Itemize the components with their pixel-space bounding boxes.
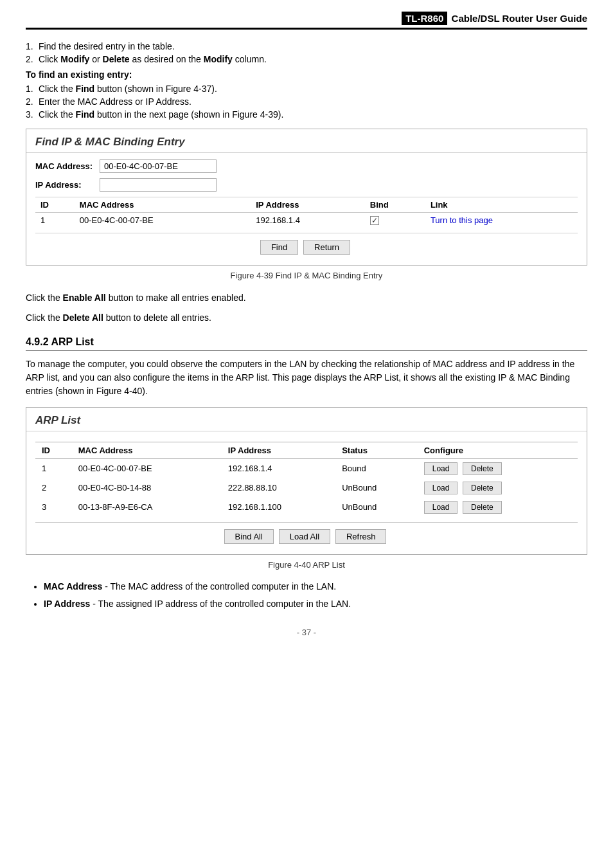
row-mac: 00-E0-4C-00-07-BE — [75, 213, 251, 228]
arp-load-button[interactable]: Load — [424, 482, 458, 494]
row-bind: ✓ — [365, 213, 425, 228]
ip-address-input[interactable] — [100, 178, 217, 192]
arp-row-ip: 192.168.1.4 — [222, 458, 335, 478]
arp-col-configure: Configure — [418, 442, 578, 458]
col-bind: Bind — [365, 197, 425, 213]
arp-load-button[interactable]: Load — [424, 462, 458, 475]
arp-row-configure: Load Delete — [418, 458, 578, 478]
refresh-button[interactable]: Refresh — [335, 529, 387, 544]
arp-table-row: 2 00-E0-4C-B0-14-88 222.88.88.10 UnBound… — [35, 478, 578, 498]
page-number: - 37 - — [26, 626, 587, 639]
find-entry-heading: To find an existing entry: — [26, 69, 587, 80]
row-id: 1 — [35, 213, 75, 228]
arp-col-ip: IP Address — [222, 442, 335, 458]
find-step-2: 2.Enter the MAC Address or IP Address. — [26, 96, 587, 107]
arp-section-heading: 4.9.2 ARP List — [26, 336, 587, 351]
table-row: 1 00-E0-4C-00-07-BE 192.168.1.4 ✓ Turn t… — [35, 213, 578, 228]
arp-table-row: 1 00-E0-4C-00-07-BE 192.168.1.4 Bound Lo… — [35, 458, 578, 478]
find-button[interactable]: Find — [260, 240, 298, 255]
arp-row-mac: 00-E0-4C-00-07-BE — [72, 458, 222, 478]
guide-title: Cable/DSL Router User Guide — [452, 13, 587, 24]
arp-figure: ARP List ID MAC Address IP Address Statu… — [26, 407, 587, 555]
row-ip: 192.168.1.4 — [251, 213, 365, 228]
load-all-button[interactable]: Load All — [279, 529, 330, 544]
arp-figure-caption: Figure 4-40 ARP List — [26, 559, 587, 572]
find-step-3: 3.Click the Find button in the next page… — [26, 109, 587, 120]
arp-figure-title: ARP List — [26, 408, 587, 431]
bullet-list: MAC Address - The MAC address of the con… — [26, 580, 587, 611]
arp-table: ID MAC Address IP Address Status Configu… — [35, 442, 578, 517]
bind-all-button[interactable]: Bind All — [224, 529, 274, 544]
arp-row-configure: Load Delete — [418, 498, 578, 517]
arp-description: To manage the computer, you could observ… — [26, 357, 587, 398]
intro-step-1: 1.Find the desired entry in the table. — [26, 41, 587, 51]
arp-figure-body: ID MAC Address IP Address Status Configu… — [26, 431, 587, 554]
arp-row-status: UnBound — [335, 498, 418, 517]
bullet-mac: MAC Address - The MAC address of the con… — [44, 580, 587, 593]
intro-step-2: 2.Click Modify or Delete as desired on t… — [26, 54, 587, 64]
col-mac: MAC Address — [75, 197, 251, 213]
arp-row-mac: 00-E0-4C-B0-14-88 — [72, 478, 222, 498]
col-ip: IP Address — [251, 197, 365, 213]
find-figure-title: Find IP & MAC Binding Entry — [26, 129, 587, 153]
model-label: TL-R860 — [402, 12, 447, 25]
delete-all-text: Click the Delete All button to delete al… — [26, 311, 587, 325]
intro-steps-list: 1.Find the desired entry in the table. 2… — [26, 41, 587, 64]
arp-col-mac: MAC Address — [72, 442, 222, 458]
find-figure-caption: Figure 4-39 Find IP & MAC Binding Entry — [26, 269, 587, 282]
mac-label: MAC Address: — [35, 161, 100, 171]
ip-label: IP Address: — [35, 180, 100, 190]
arp-delete-button[interactable]: Delete — [463, 501, 502, 514]
find-button-row: Find Return — [35, 233, 578, 258]
find-table: ID MAC Address IP Address Bind Link 1 00… — [35, 197, 578, 228]
arp-row-id: 2 — [35, 478, 72, 498]
find-figure-body: MAC Address: IP Address: ID MAC Address … — [26, 153, 587, 265]
arp-button-row: Bind All Load All Refresh — [35, 522, 578, 548]
arp-row-id: 3 — [35, 498, 72, 517]
arp-row-mac: 00-13-8F-A9-E6-CA — [72, 498, 222, 517]
arp-col-status: Status — [335, 442, 418, 458]
arp-row-status: UnBound — [335, 478, 418, 498]
page-header: TL-R860 Cable/DSL Router User Guide — [26, 13, 587, 30]
row-link: Turn to this page — [425, 213, 578, 228]
bullet-ip: IP Address - The assigned IP address of … — [44, 597, 587, 611]
arp-delete-button[interactable]: Delete — [463, 482, 502, 494]
arp-load-button[interactable]: Load — [424, 501, 458, 514]
arp-row-id: 1 — [35, 458, 72, 478]
mac-address-row: MAC Address: — [35, 159, 578, 173]
turn-to-page-link[interactable]: Turn to this page — [431, 215, 493, 225]
find-binding-figure: Find IP & MAC Binding Entry MAC Address:… — [26, 129, 587, 266]
arp-row-ip: 222.88.88.10 — [222, 478, 335, 498]
enable-all-text: Click the Enable All button to make all … — [26, 291, 587, 305]
col-link: Link — [425, 197, 578, 213]
arp-col-id: ID — [35, 442, 72, 458]
arp-row-ip: 192.168.1.100 — [222, 498, 335, 517]
arp-table-row: 3 00-13-8F-A9-E6-CA 192.168.1.100 UnBoun… — [35, 498, 578, 517]
bind-checkbox[interactable]: ✓ — [370, 216, 379, 225]
arp-row-status: Bound — [335, 458, 418, 478]
return-button[interactable]: Return — [303, 240, 350, 255]
find-step-1: 1.Click the Find button (shown in Figure… — [26, 84, 587, 94]
mac-address-input[interactable] — [100, 159, 217, 173]
col-id: ID — [35, 197, 75, 213]
ip-address-row: IP Address: — [35, 178, 578, 192]
arp-row-configure: Load Delete — [418, 478, 578, 498]
find-steps-list: 1.Click the Find button (shown in Figure… — [26, 84, 587, 120]
arp-delete-button[interactable]: Delete — [463, 462, 502, 475]
